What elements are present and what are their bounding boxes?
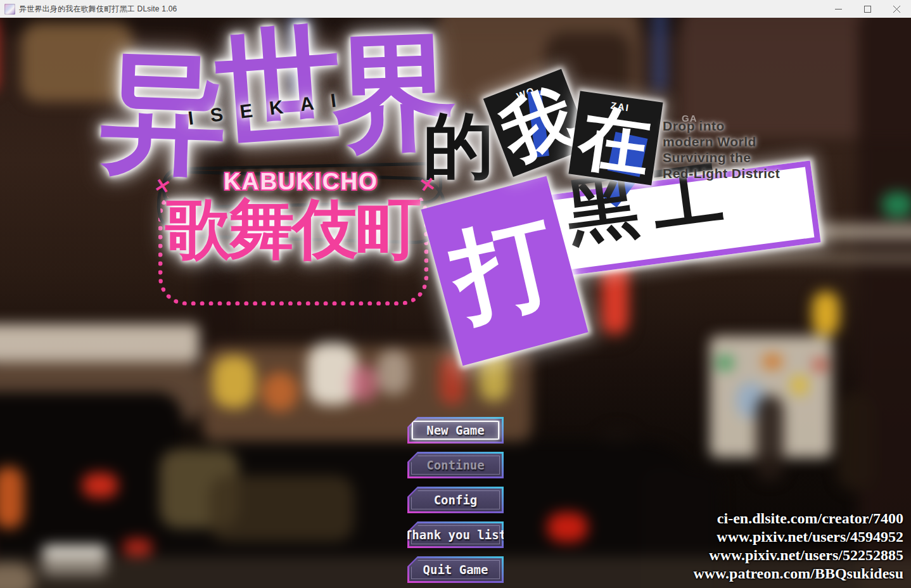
window-titlebar: 异世界出身的我在歌舞伎町打黑工 DLsite 1.06: [0, 0, 911, 18]
close-button[interactable]: [882, 0, 911, 18]
config-button[interactable]: Config: [407, 487, 504, 513]
logo-isekai-characters: 异世界: [101, 29, 447, 155]
zai-character: 在: [575, 101, 655, 181]
tagline-line: modern World: [663, 134, 780, 150]
thank-you-list-button[interactable]: Thank you list: [407, 521, 504, 548]
logo-kabukicho-characters: 歌舞伎町: [163, 193, 421, 265]
tagline-line: Surviving the: [663, 150, 780, 165]
app-icon: [4, 4, 15, 15]
tagline-line: Drop into: [663, 118, 780, 134]
maximize-button[interactable]: [853, 0, 882, 18]
link-pixiv-1: www.pixiv.net/users/4594952: [693, 528, 903, 546]
creator-links: ci-en.dlsite.com/creator/7400 www.pixiv.…: [693, 509, 903, 583]
minimize-button[interactable]: [824, 0, 853, 18]
link-ci-en: ci-en.dlsite.com/creator/7400: [693, 509, 903, 528]
link-patreon: www.patreon.com/BBQsukidesu: [693, 565, 903, 583]
logo-english-tagline: Drop into modern World Surviving the Red…: [663, 118, 780, 181]
logo-kabukicho-romaji: KABUKICHO: [171, 169, 431, 195]
quit-game-button[interactable]: Quit Game: [407, 556, 504, 583]
link-pixiv-2: www.pixiv.net/users/52252885: [693, 546, 903, 565]
app-window: 异世界出身的我在歌舞伎町打黑工 DLsite 1.06: [0, 0, 911, 588]
logo-zai-card: ZAI 在: [568, 91, 663, 185]
new-game-button[interactable]: New Game: [407, 417, 504, 444]
window-title: 异世界出身的我在歌舞伎町打黑工 DLsite 1.06: [19, 4, 177, 15]
continue-button[interactable]: Continue: [407, 452, 504, 478]
da-character: 打: [443, 208, 565, 329]
game-screen: GA 异世界 ISEKAI ✕ ✕ KABUKICHO 歌舞伎町 的 WO 我 …: [0, 18, 911, 588]
tagline-line: Red-Light District: [663, 165, 780, 181]
